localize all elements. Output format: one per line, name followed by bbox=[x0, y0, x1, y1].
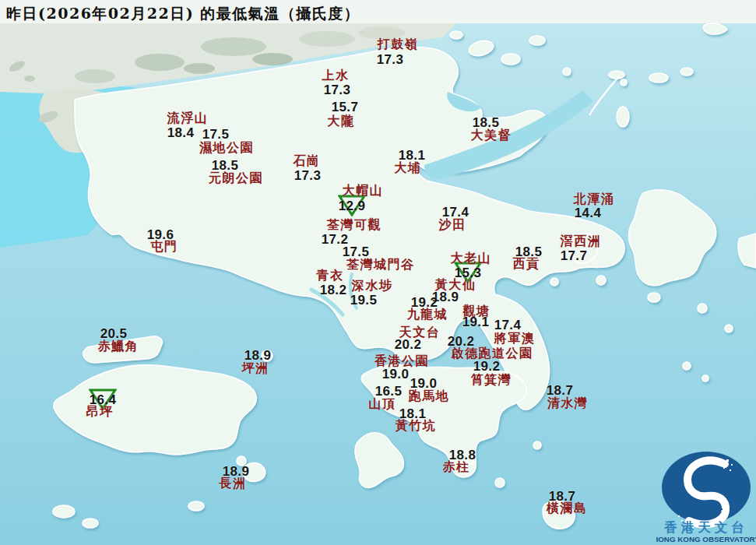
station-value-label: 18.5 bbox=[212, 159, 238, 172]
station-name-label: 石崗 bbox=[294, 155, 321, 167]
station-value-label: 17.3 bbox=[324, 83, 350, 97]
map-title: 昨日(2026年02月22日) 的最低氣溫（攝氏度） bbox=[6, 4, 360, 24]
station-name-label: 大隴 bbox=[328, 115, 355, 128]
station-name-label: 山頂 bbox=[369, 398, 396, 410]
station-name-label: 橫瀾島 bbox=[547, 502, 588, 515]
station-name-label: 深水埗 bbox=[352, 280, 393, 292]
station-value-label: 17.4 bbox=[494, 318, 521, 332]
station-name-label: 黃竹坑 bbox=[396, 420, 437, 432]
station-name-label: 北潭涌 bbox=[574, 193, 615, 206]
station-name-label: 屯門 bbox=[151, 241, 178, 253]
station-value-label: 18.5 bbox=[515, 245, 542, 258]
logo-en-text: HONG KONG OBSERVATORY bbox=[656, 535, 756, 543]
station-name-label: 坪洲 bbox=[242, 362, 269, 374]
station-value-label: 19.2 bbox=[473, 360, 500, 373]
hko-logo: 香港天文台 HONG KONG OBSERVATORY bbox=[656, 448, 756, 543]
station-name-label: 流浮山 bbox=[167, 112, 209, 125]
station-value-label: 15.7 bbox=[332, 100, 358, 114]
station-name-label: 元朗公園 bbox=[209, 172, 263, 185]
station-value-label: 16.4 bbox=[90, 393, 116, 406]
station-value-label: 18.8 bbox=[449, 448, 476, 462]
station-value-label: 18.1 bbox=[399, 149, 425, 162]
station-value-label: 16.5 bbox=[375, 385, 402, 398]
station-name-label: 打鼓嶺 bbox=[378, 38, 419, 51]
station-value-label: 17.5 bbox=[202, 128, 229, 141]
station-name-label: 筲箕灣 bbox=[471, 374, 512, 386]
station-name-label: 赤柱 bbox=[443, 461, 470, 473]
station-name-label: 九龍城 bbox=[407, 308, 448, 321]
station-name-label: 大埔 bbox=[395, 162, 422, 174]
station-name-label: 大老山 bbox=[451, 252, 492, 265]
station-value-label: 18.2 bbox=[320, 283, 346, 297]
station-value-label: 14.4 bbox=[575, 206, 601, 220]
station-value-label: 19.0 bbox=[410, 377, 437, 390]
station-name-label: 清水灣 bbox=[547, 397, 589, 410]
station-value-label: 18.9 bbox=[244, 349, 271, 362]
station-value-label: 19.1 bbox=[462, 315, 489, 329]
station-value-label: 12.9 bbox=[339, 199, 365, 213]
station-value-label: 20.2 bbox=[448, 335, 474, 348]
station-value-label: 17.5 bbox=[343, 245, 369, 258]
station-name-label: 濕地公園 bbox=[199, 142, 254, 154]
station-value-label: 18.9 bbox=[223, 465, 249, 478]
station-name-label: 大帽山 bbox=[343, 185, 384, 197]
station-value-label: 19.2 bbox=[411, 296, 438, 309]
station-name-label: 荃灣城門谷 bbox=[346, 258, 415, 271]
station-value-label: 18.5 bbox=[473, 116, 499, 129]
station-value-label: 20.5 bbox=[100, 327, 127, 340]
weather-map-viewport: 昨日(2026年02月22日) 的最低氣溫（攝氏度） 打鼓嶺17.3上水17.3… bbox=[0, 0, 756, 545]
station-value-label: 20.2 bbox=[395, 338, 421, 351]
station-value-label: 19.6 bbox=[147, 228, 174, 241]
station-value-label: 17.3 bbox=[294, 169, 321, 182]
logo-cn-text: 香港天文台 bbox=[663, 520, 748, 535]
station-value-label: 18.1 bbox=[399, 407, 426, 420]
station-name-label: 西貢 bbox=[513, 258, 540, 270]
station-name-label: 沙田 bbox=[439, 219, 466, 231]
station-name-label: 青衣 bbox=[317, 269, 344, 282]
station-value-label: 19.0 bbox=[382, 367, 409, 381]
station-value-label: 19.5 bbox=[350, 294, 377, 307]
station-name-label: 昂坪 bbox=[86, 406, 114, 418]
station-value-label: 18.7 bbox=[549, 490, 575, 503]
station-name-label: 跑馬地 bbox=[409, 390, 450, 403]
station-name-label: 上水 bbox=[322, 69, 350, 82]
station-name-label: 長洲 bbox=[220, 477, 247, 490]
station-name-label: 將軍澳 bbox=[494, 332, 536, 345]
station-value-label: 17.4 bbox=[442, 206, 469, 219]
hong-kong-coastline-map bbox=[0, 0, 756, 545]
station-name-label: 荃灣可觀 bbox=[327, 219, 382, 231]
station-value-label: 18.7 bbox=[547, 384, 573, 397]
station-value-label: 17.7 bbox=[561, 249, 587, 262]
station-name-label: 滘西洲 bbox=[561, 235, 602, 248]
station-value-label: 17.3 bbox=[377, 53, 403, 66]
station-name-label: 大美督 bbox=[471, 129, 512, 142]
station-value-label: 18.4 bbox=[167, 126, 194, 139]
station-name-label: 赤鱲角 bbox=[98, 340, 139, 353]
